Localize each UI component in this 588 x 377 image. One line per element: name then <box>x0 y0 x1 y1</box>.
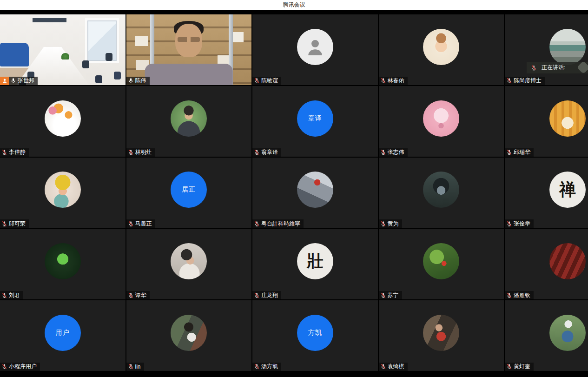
mic-muted-icon <box>380 149 386 155</box>
name-bar: 粤台計科時維寧 <box>252 219 304 228</box>
participant-label: 汤方凯 <box>252 363 281 371</box>
participant-tile[interactable]: 邱可荣 <box>0 158 126 228</box>
name-bar: 谭华 <box>126 291 150 299</box>
participant-tile[interactable]: 用户小程序用户 <box>0 300 126 371</box>
participant-avatar <box>171 243 207 279</box>
mic-muted-icon <box>128 149 134 155</box>
name-bar: 张世邦 <box>0 77 38 85</box>
participant-label: lin <box>126 363 144 371</box>
participant-label: 马居正 <box>126 219 155 228</box>
avatar-character: 壯 <box>307 250 324 273</box>
name-bar: 苏宁 <box>379 291 402 299</box>
participant-name: 邱瑞华 <box>514 148 530 156</box>
blue-sofa <box>0 43 29 67</box>
participant-avatar <box>423 100 459 137</box>
participant-tile[interactable]: 粤台計科時維寧 <box>252 158 378 228</box>
participant-tile[interactable]: 禅张佺举 <box>505 158 588 228</box>
avatar-initials: 章译 <box>308 114 322 123</box>
participant-avatar <box>45 243 81 279</box>
window <box>85 18 119 63</box>
name-bar: 陈敏谊 <box>252 77 281 85</box>
ceiling-beam <box>33 18 66 22</box>
participant-tile[interactable]: 潘雁钦 <box>505 229 588 299</box>
name-bar: lin <box>126 363 144 371</box>
participant-name: 张世邦 <box>18 77 34 85</box>
participant-tile[interactable]: 袁绮棋 <box>379 300 504 371</box>
participant-tile[interactable]: 邱瑞华 <box>505 86 588 157</box>
participant-avatar <box>549 100 586 137</box>
avatar-initials: 方凯 <box>308 329 322 337</box>
mic-muted-icon <box>128 364 134 370</box>
participant-tile[interactable]: 苏宁 <box>379 229 504 299</box>
participant-name: 李佳静 <box>9 148 26 156</box>
mic-muted-icon <box>506 364 512 370</box>
participant-label: 庄龙翔 <box>252 291 281 299</box>
participant-tile[interactable]: 居正马居正 <box>126 158 252 228</box>
participant-tile[interactable]: 黄为 <box>379 158 504 228</box>
participant-tile[interactable]: 方凯汤方凯 <box>252 300 378 371</box>
person-silhouette-icon <box>305 37 325 57</box>
participant-avatar: 章译 <box>297 100 333 137</box>
participant-avatar: 禅 <box>549 172 586 208</box>
participant-tile[interactable]: 李佳静 <box>0 86 126 157</box>
mic-muted-icon <box>380 292 386 298</box>
participant-tile[interactable]: 章译翁章译 <box>252 86 378 157</box>
mic-muted-icon <box>506 78 512 84</box>
mic-muted-icon <box>254 292 260 298</box>
name-bar: 张志伟 <box>379 148 408 157</box>
participant-name: 粤台計科時維寧 <box>261 220 300 228</box>
avatar-initials: 居正 <box>182 185 196 194</box>
participant-label: 陈尚彦博士 <box>505 77 545 85</box>
participant-tile[interactable]: 刘君 <box>0 229 126 299</box>
participant-label: 小程序用户 <box>0 363 40 371</box>
participant-tile[interactable]: 张志伟 <box>379 86 504 157</box>
participant-tile[interactable]: 壯庄龙翔 <box>252 229 378 299</box>
participant-name: lin <box>135 364 141 370</box>
name-bar: 庄龙翔 <box>252 291 281 299</box>
participant-label: 林明灶 <box>126 148 155 157</box>
participant-avatar <box>423 315 459 351</box>
avatar-character: 禅 <box>559 179 576 201</box>
participant-name: 汤方凯 <box>261 363 278 370</box>
mic-muted-icon <box>128 292 134 298</box>
participant-label: 张志伟 <box>379 148 408 157</box>
participant-tile[interactable]: lin <box>126 300 252 371</box>
window-title: 腾讯会议 <box>283 1 305 9</box>
participant-label: 刘君 <box>0 291 23 299</box>
participant-avatar: 居正 <box>171 172 207 208</box>
participant-label: 陈敏谊 <box>252 77 281 85</box>
participant-avatar <box>549 29 586 65</box>
participant-avatar <box>171 315 207 351</box>
mic-muted-icon <box>1 149 7 155</box>
participant-tile[interactable]: 谭华 <box>126 229 252 299</box>
participant-label: 张世邦 <box>9 77 38 85</box>
participant-tile[interactable]: 张世邦 <box>0 14 126 85</box>
participant-label: 李佳静 <box>0 148 29 157</box>
participant-tile[interactable]: 陈尚彦博士 <box>505 14 588 85</box>
participant-tile[interactable]: 陈伟 <box>126 14 252 85</box>
participant-tile[interactable]: 陈敏谊 <box>252 14 378 85</box>
participant-tile[interactable]: 林明灶 <box>126 86 252 157</box>
name-bar: 马居正 <box>126 219 155 228</box>
participant-name: 黄为 <box>388 220 399 228</box>
mic-muted-icon <box>254 149 260 155</box>
name-bar: 林春佑 <box>379 77 408 85</box>
participant-tile[interactable]: 林春佑 <box>379 14 504 85</box>
participant-name: 黄灯奎 <box>514 363 530 370</box>
participant-name: 陈敏谊 <box>261 77 278 85</box>
mic-muted-icon <box>1 221 7 227</box>
participant-avatar <box>297 29 333 65</box>
participant-name: 陈伟 <box>135 77 146 85</box>
participant-avatar <box>549 315 586 351</box>
participant-name: 陈尚彦博士 <box>514 77 542 85</box>
speaker-shoulders <box>145 64 233 85</box>
video-feed <box>126 14 252 85</box>
participant-tile[interactable]: 黄灯奎 <box>505 300 588 371</box>
name-bar: 袁绮棋 <box>379 363 408 371</box>
participant-name: 小程序用户 <box>9 363 37 370</box>
participant-label: 陈伟 <box>126 77 150 85</box>
participant-name: 林明灶 <box>135 148 152 156</box>
mic-muted-icon <box>380 78 386 84</box>
participant-name: 林春佑 <box>388 77 404 85</box>
participant-avatar <box>423 243 459 279</box>
